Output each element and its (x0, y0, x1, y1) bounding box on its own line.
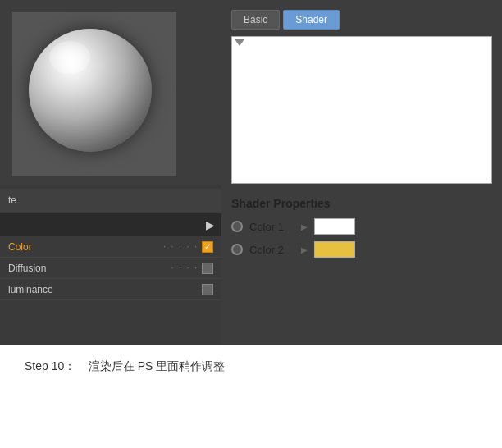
tab-bar: Basic Shader (231, 10, 492, 30)
triangle-indicator (235, 39, 244, 46)
color1-arrow: ▶ (301, 222, 308, 231)
color1-label: Color 1 (249, 221, 294, 233)
prop-color-label: Color (8, 241, 160, 253)
preview-area (12, 12, 176, 176)
luminance-check[interactable] (202, 284, 213, 295)
color2-row: Color 2 ▶ (231, 241, 492, 258)
right-panel: Basic Shader Shader Properties Color 1 ▶ (221, 0, 502, 345)
prop-title-bar: te (0, 189, 221, 212)
color-check[interactable]: ✓ (202, 241, 213, 253)
properties-section: te ▶ Color · · · · · ✓ Diffusion · · · ·… (0, 185, 221, 345)
prop-input-bar[interactable]: ▶ (0, 213, 221, 236)
shader-properties: Shader Properties Color 1 ▶ Color 2 ▶ (231, 194, 492, 267)
step-description: 渲染后在 PS 里面稍作调整 (89, 359, 225, 373)
color2-arrow: ▶ (301, 245, 308, 254)
color1-row: Color 1 ▶ (231, 218, 492, 235)
color2-radio[interactable] (231, 244, 243, 255)
left-panel: te ▶ Color · · · · · ✓ Diffusion · · · ·… (0, 0, 221, 345)
color1-radio[interactable] (231, 221, 243, 232)
step-label: Step 10： (25, 359, 75, 373)
bottom-section: Step 10： 渲染后在 PS 里面稍作调整 (0, 345, 502, 448)
shader-preview-box (231, 36, 492, 184)
main-container: te ▶ Color · · · · · ✓ Diffusion · · · ·… (0, 0, 502, 448)
color2-label: Color 2 (249, 244, 294, 256)
prop-title-text: te (8, 194, 16, 206)
shader-props-title: Shader Properties (231, 197, 492, 210)
tab-shader[interactable]: Shader (283, 10, 340, 30)
prop-row-diffusion: Diffusion · · · · (0, 258, 221, 279)
color2-swatch[interactable] (314, 241, 355, 258)
prop-diffusion-label: Diffusion (8, 263, 168, 274)
ui-panel: te ▶ Color · · · · · ✓ Diffusion · · · ·… (0, 0, 502, 345)
tab-basic[interactable]: Basic (231, 10, 280, 30)
sphere-preview (29, 29, 152, 152)
prop-row-color: Color · · · · · ✓ (0, 236, 221, 258)
prop-color-dots: · · · · · (163, 242, 199, 251)
prop-luminance-label: luminance (8, 284, 202, 295)
prop-diffusion-dots: · · · · (171, 263, 199, 272)
diffusion-check[interactable] (202, 263, 213, 274)
prop-row-luminance: luminance (0, 279, 221, 300)
step-text: Step 10： 渲染后在 PS 里面稍作调整 (25, 359, 225, 374)
cursor-icon: ▶ (206, 218, 215, 231)
color1-swatch[interactable] (314, 218, 355, 235)
